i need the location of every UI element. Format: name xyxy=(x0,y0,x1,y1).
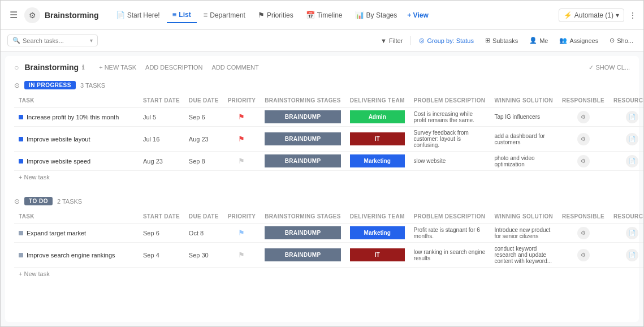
nav-priorities[interactable]: ⚑ Priorities xyxy=(252,7,299,23)
task-dot xyxy=(19,137,23,141)
group-in-progress: ⊙ IN PROGRESS 3 TASKS TASK START DATE DU… xyxy=(14,81,630,183)
priority-cell[interactable]: ⚑ xyxy=(223,107,261,127)
team-cell[interactable]: Admin xyxy=(345,107,409,127)
nav-start-here[interactable]: 📄 Start Here! xyxy=(110,7,166,23)
add-description-button[interactable]: ADD DESCRIPTION xyxy=(143,63,205,72)
resources-cell[interactable]: 📄 xyxy=(609,107,643,127)
search-chevron-icon: ▾ xyxy=(90,37,93,44)
priority-cell[interactable]: ⚑ xyxy=(223,127,261,152)
stage-cell[interactable]: BRAINDUMP xyxy=(260,243,345,268)
task-name-cell[interactable]: Increase profit by 10% this month xyxy=(14,107,139,127)
stage-badge: BRAINDUMP xyxy=(265,132,341,145)
todo-col-task: TASK xyxy=(14,210,139,223)
table-row: Expand target market Sep 6 Oct 8 ⚑ BRAIN… xyxy=(14,223,643,243)
show-closed-button[interactable]: ✓ SHOW CL... xyxy=(589,64,630,71)
group-todo-collapse-icon[interactable]: ⊙ xyxy=(14,197,20,205)
todo-col-priority: PRIORITY xyxy=(223,210,261,223)
stage-cell[interactable]: BRAINDUMP xyxy=(260,127,345,152)
task-name-cell[interactable]: Improve search engine rankings xyxy=(14,243,139,268)
nav-timeline[interactable]: 📅 Timeline xyxy=(300,7,348,23)
resources-icon[interactable]: 📄 xyxy=(626,249,638,261)
stage-cell[interactable]: BRAINDUMP xyxy=(260,152,345,171)
share-button[interactable]: ⋮ xyxy=(629,11,637,20)
todo-new-task[interactable]: + New task xyxy=(14,268,630,280)
responsible-cell[interactable]: ⚙ xyxy=(557,127,609,152)
task-name-cell[interactable]: Improve website speed xyxy=(14,152,139,171)
todo-table: TASK START DATE DUE DATE PRIORITY BRAINS… xyxy=(14,210,643,268)
stage-cell[interactable]: BRAINDUMP xyxy=(260,223,345,243)
responsible-cell[interactable]: ⚙ xyxy=(557,243,609,268)
col-priority: PRIORITY xyxy=(223,94,261,107)
plus-view-button[interactable]: + View xyxy=(404,8,431,23)
assignees-button[interactable]: 👥 Assignees xyxy=(556,35,602,46)
team-cell[interactable]: Marketing xyxy=(345,152,409,171)
responsible-cell[interactable]: ⚙ xyxy=(557,152,609,171)
resources-cell[interactable]: 📄 xyxy=(609,223,643,243)
group-collapse-icon[interactable]: ⊙ xyxy=(14,81,20,89)
in-progress-new-task[interactable]: + New task xyxy=(14,171,630,183)
team-badge: Marketing xyxy=(350,154,405,167)
department-icon: ≡ xyxy=(204,11,208,19)
nav-list[interactable]: ≡ List xyxy=(167,7,197,23)
table-row: Improve website speed Aug 23 Sep 8 ⚑ BRA… xyxy=(14,152,643,171)
resources-cell[interactable]: 📄 xyxy=(609,127,643,152)
todo-col-due-date: DUE DATE xyxy=(184,210,223,223)
team-cell[interactable]: Marketing xyxy=(345,223,409,243)
filter-button[interactable]: ▼ Filter xyxy=(377,36,406,46)
add-comment-button[interactable]: ADD COMMENT xyxy=(210,63,261,72)
resources-icon[interactable]: 📄 xyxy=(626,111,638,123)
priority-cell[interactable]: ⚑ xyxy=(223,243,261,268)
responsible-cell[interactable]: ⚙ xyxy=(557,107,609,127)
resources-icon[interactable]: 📄 xyxy=(626,155,638,167)
stage-badge: BRAINDUMP xyxy=(265,248,341,261)
info-icon[interactable]: ℹ xyxy=(82,64,84,71)
gear-icon[interactable]: ⚙ xyxy=(24,7,40,23)
stage-badge: BRAINDUMP xyxy=(265,154,341,167)
page-collapse-icon[interactable]: ○ xyxy=(14,63,19,72)
problem-cell: Cost is increasing while profit remains … xyxy=(409,107,490,127)
col-delivering-team: DELIVERING TEAM xyxy=(345,94,409,107)
team-cell[interactable]: IT xyxy=(345,127,409,152)
responsible-icon[interactable]: ⚙ xyxy=(577,249,590,261)
task-name-cell[interactable]: Expand target market xyxy=(14,223,139,243)
task-dot xyxy=(19,115,23,119)
due-date-cell: Sep 30 xyxy=(184,243,223,268)
search-box[interactable]: 🔍 ▾ xyxy=(7,35,98,46)
priority-cell[interactable]: ⚑ xyxy=(223,223,261,243)
nav-department[interactable]: ≡ Department xyxy=(198,7,251,23)
stage-cell[interactable]: BRAINDUMP xyxy=(260,107,345,127)
team-badge: Marketing xyxy=(350,226,405,239)
problem-cell: Profit rate is stagnant for 6 months. xyxy=(409,223,490,243)
resources-cell[interactable]: 📄 xyxy=(609,152,643,171)
priority-cell[interactable]: ⚑ xyxy=(223,152,261,171)
start-date-cell: Sep 4 xyxy=(139,243,184,268)
col-problem-description: PROBLEM DESCRIPTION xyxy=(409,94,490,107)
responsible-icon[interactable]: ⚙ xyxy=(577,227,590,239)
resources-icon[interactable]: 📄 xyxy=(626,227,638,239)
team-cell[interactable]: IT xyxy=(345,243,409,268)
page-title: Brainstorming ℹ xyxy=(24,63,84,72)
todo-col-brainstorming-stages: BRAINSTORMING STAGES xyxy=(260,210,345,223)
automate-button[interactable]: ⚡ Automate (1) ▾ xyxy=(559,8,624,22)
topbar: ☰ ⚙ Brainstorming 📄 Start Here! ≡ List ≡… xyxy=(1,1,643,30)
show-button[interactable]: ⊙ Sho... xyxy=(606,35,637,46)
group-by-button[interactable]: ◎ Group by: Status xyxy=(416,35,477,46)
responsible-cell[interactable]: ⚙ xyxy=(557,223,609,243)
nav-by-stages[interactable]: 📊 By Stages xyxy=(349,7,403,23)
new-task-button[interactable]: + NEW TASK xyxy=(97,63,139,72)
subtasks-button[interactable]: ⊞ Subtasks xyxy=(482,35,521,46)
responsible-icon[interactable]: ⚙ xyxy=(577,155,590,167)
hamburger-icon[interactable]: ☰ xyxy=(7,7,20,23)
team-badge: IT xyxy=(350,248,405,261)
search-input[interactable] xyxy=(23,37,79,44)
resources-icon[interactable]: 📄 xyxy=(626,133,638,145)
content-inner: ○ Brainstorming ℹ + NEW TASK ADD DESCRIP… xyxy=(5,56,639,322)
todo-col-start-date: START DATE xyxy=(139,210,184,223)
timeline-icon: 📅 xyxy=(306,11,315,19)
me-button[interactable]: 👤 Me xyxy=(526,35,551,46)
responsible-icon[interactable]: ⚙ xyxy=(577,111,590,123)
responsible-icon[interactable]: ⚙ xyxy=(577,133,590,145)
stage-badge: BRAINDUMP xyxy=(265,110,341,123)
resources-cell[interactable]: 📄 xyxy=(609,243,643,268)
task-name-cell[interactable]: Improve website layout xyxy=(14,127,139,152)
